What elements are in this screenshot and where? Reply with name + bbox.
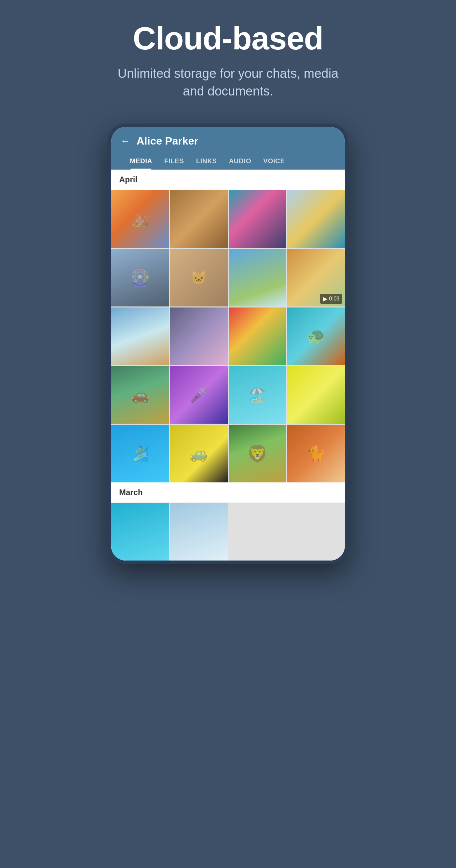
photo-item[interactable] bbox=[170, 425, 228, 483]
phone-mockup: ← Alice Parker MEDIA FILES LINKS AUDIO V… bbox=[108, 124, 348, 564]
hero-title: Cloud-based bbox=[133, 20, 323, 57]
photo-item[interactable] bbox=[111, 425, 169, 483]
play-icon: ▶ bbox=[323, 295, 328, 303]
tab-voice[interactable]: VOICE bbox=[257, 154, 291, 169]
photo-item[interactable] bbox=[111, 190, 169, 248]
photo-item[interactable] bbox=[111, 249, 169, 307]
photo-item[interactable] bbox=[111, 307, 169, 365]
tab-media[interactable]: MEDIA bbox=[124, 154, 158, 169]
photo-item[interactable] bbox=[229, 190, 286, 248]
photo-grid-march bbox=[111, 503, 345, 561]
photo-item[interactable] bbox=[287, 307, 345, 365]
photo-grid-april: ▶ 0:03 bbox=[111, 190, 345, 483]
tab-links[interactable]: LINKS bbox=[190, 154, 223, 169]
photo-item[interactable] bbox=[287, 190, 345, 248]
photo-item[interactable] bbox=[287, 425, 345, 483]
photo-item[interactable] bbox=[111, 503, 169, 561]
month-label-april: April bbox=[111, 169, 345, 190]
tab-audio[interactable]: AUDIO bbox=[223, 154, 257, 169]
photo-item-video[interactable]: ▶ 0:03 bbox=[287, 249, 345, 307]
photo-item[interactable] bbox=[229, 307, 286, 365]
photo-item[interactable] bbox=[170, 366, 228, 424]
photo-item[interactable] bbox=[170, 249, 228, 307]
video-duration: 0:03 bbox=[329, 296, 339, 302]
media-content: April bbox=[111, 169, 345, 561]
photo-item[interactable] bbox=[170, 503, 228, 561]
photo-item[interactable] bbox=[287, 366, 345, 424]
tabs-bar: MEDIA FILES LINKS AUDIO VOICE bbox=[121, 154, 335, 169]
chat-name: Alice Parker bbox=[136, 135, 198, 147]
video-duration-badge: ▶ 0:03 bbox=[320, 294, 342, 304]
back-button[interactable]: ← bbox=[121, 136, 130, 147]
photo-item[interactable] bbox=[111, 366, 169, 424]
photo-item[interactable] bbox=[229, 366, 286, 424]
phone-screen: ← Alice Parker MEDIA FILES LINKS AUDIO V… bbox=[111, 127, 345, 561]
month-label-march: March bbox=[111, 483, 345, 503]
photo-item[interactable] bbox=[170, 190, 228, 248]
tab-files[interactable]: FILES bbox=[158, 154, 190, 169]
photo-item[interactable] bbox=[229, 249, 286, 307]
hero-subtitle: Unlimited storage for your chats, media … bbox=[115, 65, 341, 100]
photo-item[interactable] bbox=[229, 425, 286, 483]
app-header: ← Alice Parker MEDIA FILES LINKS AUDIO V… bbox=[111, 127, 345, 169]
photo-item[interactable] bbox=[170, 307, 228, 365]
